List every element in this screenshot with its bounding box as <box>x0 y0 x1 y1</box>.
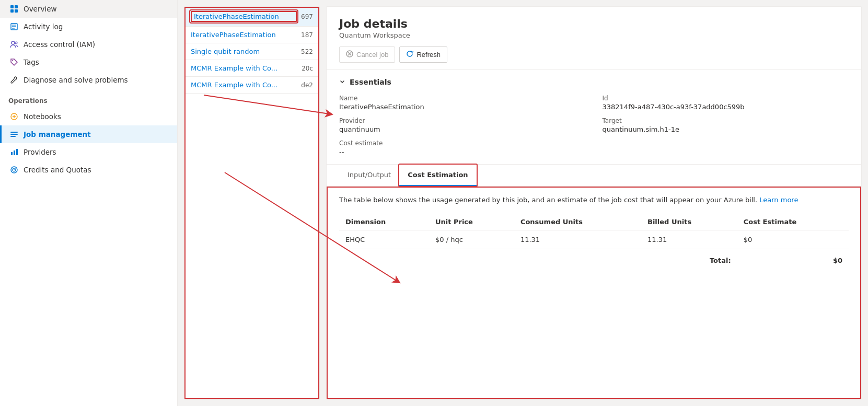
job-list-panel: IterativePhaseEstimation 697 IterativePh… <box>184 6 320 400</box>
sidebar-item-overview-label: Overview <box>24 5 57 13</box>
table-row-0: EHQC $0 / hqc 11.31 11.31 $0 <box>339 230 849 249</box>
job-row-0[interactable]: IterativePhaseEstimation 697 <box>184 7 319 27</box>
tabs-section: Input/Output Cost Estimation <box>327 165 861 187</box>
log-icon <box>10 22 18 31</box>
job-row-3[interactable]: MCMR Example with Co... 20c <box>184 60 319 77</box>
svg-rect-12 <box>10 132 18 133</box>
sidebar-item-overview[interactable]: Overview <box>0 0 177 18</box>
svg-rect-0 <box>10 5 14 8</box>
tab-cost-estimation[interactable]: Cost Estimation <box>399 165 476 186</box>
job-details-panel: Job details Quantum Workspace Cancel job <box>326 6 862 400</box>
sidebar-item-providers[interactable]: Providers <box>0 143 177 161</box>
cost-estimate-value: -- <box>339 148 586 156</box>
target-label: Target <box>603 117 849 124</box>
sidebar-item-job-management[interactable]: Job management <box>0 125 177 143</box>
quota-icon <box>10 166 18 174</box>
svg-rect-1 <box>15 5 18 8</box>
sidebar-item-diagnose-label: Diagnose and solve problems <box>24 76 128 84</box>
cell-consumed-0: 11.31 <box>514 230 641 249</box>
job-name-3[interactable]: MCMR Example with Co... <box>191 64 297 72</box>
sidebar-item-credits-quotas[interactable]: Credits and Quotas <box>0 161 177 179</box>
job-name-1[interactable]: IterativePhaseEstimation <box>191 31 297 39</box>
svg-rect-17 <box>16 149 18 155</box>
toolbar: Cancel job Refresh <box>339 47 849 63</box>
cancel-icon <box>346 50 353 59</box>
sidebar-item-tags-label: Tags <box>24 58 39 66</box>
sidebar-item-notebooks-label: Notebooks <box>24 112 61 121</box>
sidebar-item-activity-log-label: Activity log <box>24 22 63 31</box>
provider-label: Provider <box>339 117 586 124</box>
job-details-title: Job details <box>339 17 849 30</box>
sidebar-item-job-management-label: Job management <box>24 130 91 138</box>
cost-estimate-label: Cost estimate <box>339 140 586 147</box>
people-icon <box>10 40 18 49</box>
job-details-subtitle: Quantum Workspace <box>339 31 849 39</box>
operations-header: Operations <box>0 89 177 108</box>
sidebar-item-diagnose[interactable]: Diagnose and solve problems <box>0 71 177 89</box>
col-consumed-units: Consumed Units <box>514 214 641 230</box>
id-value: 338214f9-a487-430c-a93f-37add00c599b <box>603 103 849 111</box>
col-unit-price: Unit Price <box>429 214 514 230</box>
chevron-down-icon <box>339 78 345 86</box>
job-row-2[interactable]: Single qubit random 522 <box>184 43 319 60</box>
job-id-0: 697 <box>301 13 313 20</box>
sidebar-item-credits-quotas-label: Credits and Quotas <box>24 166 91 174</box>
cost-table: Dimension Unit Price Consumed Units Bill… <box>339 214 849 270</box>
refresh-label: Refresh <box>416 51 441 59</box>
learn-more-link[interactable]: Learn more <box>759 196 798 204</box>
col-cost-estimate: Cost Estimate <box>737 214 849 230</box>
col-dimension: Dimension <box>339 214 429 230</box>
tag-icon <box>10 58 18 66</box>
name-value: IterativePhaseEstimation <box>339 103 586 111</box>
job-id-2: 522 <box>301 48 313 55</box>
provider-value: quantinuum <box>339 125 586 133</box>
svg-rect-2 <box>10 9 14 13</box>
field-provider: Provider quantinuum <box>339 117 586 133</box>
job-name-2[interactable]: Single qubit random <box>191 48 297 55</box>
chart-icon <box>10 148 18 156</box>
jobs-icon <box>10 130 18 138</box>
sidebar: Overview Activity log Access control (IA… <box>0 0 178 406</box>
cell-dimension-0: EHQC <box>339 230 429 249</box>
sidebar-item-tags[interactable]: Tags <box>0 53 177 71</box>
cancel-job-label: Cancel job <box>356 51 388 59</box>
svg-rect-16 <box>14 150 15 155</box>
svg-rect-13 <box>10 134 18 135</box>
svg-rect-14 <box>10 136 16 137</box>
job-row-1[interactable]: IterativePhaseEstimation 187 <box>184 27 319 43</box>
job-id-4: de2 <box>301 82 313 89</box>
total-row: Total: $0 <box>339 249 849 270</box>
field-name: Name IterativePhaseEstimation <box>339 95 586 111</box>
tabs-row: Input/Output Cost Estimation <box>339 165 849 186</box>
name-label: Name <box>339 95 586 102</box>
field-id: Id 338214f9-a487-430c-a93f-37add00c599b <box>603 95 849 111</box>
essentials-header[interactable]: Essentials <box>339 78 849 86</box>
svg-point-10 <box>12 60 13 61</box>
essentials-grid: Name IterativePhaseEstimation Id 338214f… <box>339 95 849 156</box>
tab-input-output[interactable]: Input/Output <box>339 165 399 186</box>
cost-description-text: The table below shows the usage generate… <box>339 196 757 204</box>
essentials-section: Essentials Name IterativePhaseEstimation… <box>327 69 861 165</box>
cell-billed-0: 11.31 <box>641 230 737 249</box>
total-label: Total: <box>339 249 737 270</box>
sidebar-item-activity-log[interactable]: Activity log <box>0 18 177 36</box>
col-billed-units: Billed Units <box>641 214 737 230</box>
tab-cost-estimation-label: Cost Estimation <box>408 171 468 179</box>
id-label: Id <box>603 95 849 102</box>
field-target: Target quantinuum.sim.h1-1e <box>603 117 849 133</box>
job-row-4[interactable]: MCMR Example with Co... de2 <box>184 77 319 94</box>
job-name-0[interactable]: IterativePhaseEstimation <box>191 11 297 22</box>
sidebar-item-access-control[interactable]: Access control (IAM) <box>0 36 177 53</box>
svg-rect-15 <box>11 152 13 155</box>
field-cost-estimate: Cost estimate -- <box>339 140 586 156</box>
tab-input-output-label: Input/Output <box>348 171 391 179</box>
job-id-1: 187 <box>301 31 313 39</box>
sidebar-item-access-control-label: Access control (IAM) <box>24 40 95 49</box>
refresh-button[interactable]: Refresh <box>399 47 447 63</box>
cancel-job-button[interactable]: Cancel job <box>339 47 395 63</box>
sidebar-item-notebooks[interactable]: Notebooks <box>0 108 177 125</box>
target-value: quantinuum.sim.h1-1e <box>603 125 849 133</box>
job-name-4[interactable]: MCMR Example with Co... <box>191 81 297 89</box>
sidebar-item-providers-label: Providers <box>24 148 56 156</box>
svg-point-20 <box>14 169 15 170</box>
